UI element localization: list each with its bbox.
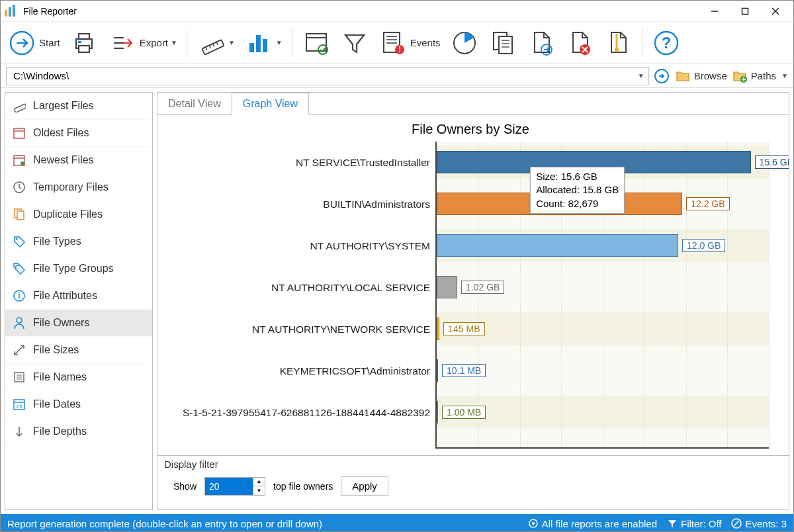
svg-rect-20 <box>249 43 254 52</box>
sidebar-item-file-attributes[interactable]: iFile Attributes <box>5 283 152 310</box>
status-reports[interactable]: All file reports are enabled <box>527 517 657 529</box>
events-label: Events <box>410 37 441 48</box>
filter-button[interactable] <box>340 28 369 58</box>
chevron-down-icon: ▼ <box>228 39 235 46</box>
funnel-icon <box>666 517 678 529</box>
window-title: File Reporter <box>23 6 699 17</box>
chart-category-label: BUILTIN\Administrators <box>323 183 430 225</box>
sidebar-item-file-names[interactable]: File Names <box>5 364 152 391</box>
svg-text:i: i <box>18 291 20 300</box>
chart-value-label: 15.6 GB <box>755 155 789 169</box>
filter-count-value[interactable]: 20 <box>205 478 253 495</box>
chart-value-label: 12.2 GB <box>686 197 729 210</box>
start-icon <box>7 28 36 58</box>
start-label: Start <box>39 37 60 48</box>
go-button[interactable] <box>653 67 670 85</box>
minimize-button[interactable] <box>699 1 730 21</box>
copy-button[interactable] <box>488 28 517 58</box>
tooltip-count: Count: 82,679 <box>536 197 619 210</box>
tab-graph-view[interactable]: Graph View <box>232 93 309 115</box>
sidebar-item-largest-files[interactable]: Largest Files <box>5 93 152 120</box>
sidebar-item-file-dates[interactable]: 23File Dates <box>5 391 152 418</box>
sidebar-item-label: File Attributes <box>33 290 97 302</box>
sidebar-item-oldest-files[interactable]: Oldest Files <box>5 120 152 147</box>
status-bar: Report generation complete (double-click… <box>1 514 793 532</box>
ruler-button[interactable]: ▼ <box>197 28 235 58</box>
window-check-icon <box>302 28 331 58</box>
start-button[interactable]: Start <box>7 28 60 58</box>
chevron-down-icon: ▼ <box>781 72 788 79</box>
tooltip-allocated: Allocated: 15.8 GB <box>536 183 619 197</box>
chart-button[interactable]: ▼ <box>244 28 283 58</box>
export-button[interactable]: Export ▼ <box>108 28 177 58</box>
svg-rect-10 <box>79 46 89 52</box>
svg-line-19 <box>216 42 218 45</box>
status-events[interactable]: Events: 3 <box>730 517 787 529</box>
dates-icon: 23 <box>12 397 26 412</box>
svg-rect-1 <box>9 7 11 17</box>
tab-detail-view[interactable]: Detail View <box>157 93 232 114</box>
sidebar-item-file-sizes[interactable]: File Sizes <box>5 337 152 364</box>
file-delete-button[interactable] <box>565 28 594 58</box>
display-filter: Display filter Show 20 ▲ ▼ top file owne… <box>157 455 789 510</box>
chart-bar[interactable]: 1.00 MB <box>437 401 486 423</box>
sidebar-item-label: Temporary Files <box>33 181 109 193</box>
status-filter[interactable]: Filter: Off <box>666 517 721 529</box>
chart-bar[interactable]: 12.0 GB <box>437 234 725 257</box>
chart-bar[interactable]: 10.1 MB <box>437 359 486 382</box>
svg-rect-22 <box>263 39 267 52</box>
chart-plot[interactable]: 15.6 GB12.2 GB12.0 GB1.02 GB145 MB10.1 M… <box>435 142 769 449</box>
sidebar-item-temporary-files[interactable]: Temporary Files <box>5 174 152 201</box>
sidebar-item-file-types[interactable]: File Types <box>5 228 152 255</box>
spin-up-button[interactable]: ▲ <box>253 478 265 487</box>
svg-rect-23 <box>306 34 326 51</box>
chart-bar[interactable]: 1.02 GB <box>437 276 504 298</box>
events-button[interactable]: ! Events <box>378 28 441 58</box>
print-button[interactable] <box>69 28 99 58</box>
svg-line-17 <box>209 45 210 48</box>
sidebar-item-label: Oldest Files <box>33 127 89 139</box>
pie-button[interactable] <box>450 28 479 58</box>
panel-ok-button[interactable] <box>302 28 331 58</box>
chart-value-label: 1.00 MB <box>442 406 486 419</box>
spin-down-button[interactable]: ▼ <box>253 486 265 495</box>
help-button[interactable]: ? <box>652 28 681 58</box>
file-arrow-icon <box>527 28 556 58</box>
sidebar-item-newest-files[interactable]: Newest Files <box>5 147 152 174</box>
path-text: C:\Windows\ <box>13 70 69 81</box>
apply-button[interactable]: Apply <box>341 476 388 496</box>
cal-old-icon <box>12 126 26 140</box>
chart-bar[interactable]: 145 MB <box>437 318 485 340</box>
sidebar-item-duplicate-files[interactable]: Duplicate Files <box>5 201 152 228</box>
chevron-down-icon[interactable]: ▼ <box>638 72 644 79</box>
paths-button[interactable]: Paths ▼ <box>731 67 788 85</box>
separator <box>292 28 292 58</box>
export-icon <box>108 28 137 58</box>
filter-count-input[interactable]: 20 ▲ ▼ <box>204 477 265 496</box>
zip-button[interactable] <box>603 28 633 58</box>
title-bar: File Reporter <box>1 1 793 22</box>
sidebar-item-file-type-groups[interactable]: File Type Groups <box>5 255 152 283</box>
ruler-icon <box>197 28 226 58</box>
status-filter-label: Filter: Off <box>681 518 721 529</box>
folder-plus-icon <box>731 67 748 85</box>
sidebar-item-file-owners[interactable]: File Owners <box>5 310 152 337</box>
browse-label: Browse <box>694 70 727 81</box>
funnel-icon <box>340 28 369 58</box>
info-icon: i <box>12 288 26 303</box>
svg-point-58 <box>17 318 22 323</box>
chevron-down-icon: ▼ <box>276 39 283 46</box>
sidebar-item-file-depths[interactable]: File Depths <box>5 418 152 445</box>
svg-rect-2 <box>13 5 15 17</box>
svg-text:23: 23 <box>17 404 22 410</box>
tags-icon <box>12 261 26 276</box>
chart-category-label: NT SERVICE\TrustedInstaller <box>296 142 430 183</box>
close-button[interactable] <box>760 1 791 21</box>
file-nav-button[interactable] <box>527 28 556 58</box>
chart-tooltip: Size: 15.6 GBAllocated: 15.8 GBCount: 82… <box>530 167 625 214</box>
separator <box>187 28 187 58</box>
browse-button[interactable]: Browse <box>674 67 727 85</box>
path-input[interactable]: C:\Windows\ ▼ <box>6 67 649 85</box>
maximize-button[interactable] <box>730 1 760 21</box>
filter-suffix-label: top file owners <box>273 481 333 492</box>
